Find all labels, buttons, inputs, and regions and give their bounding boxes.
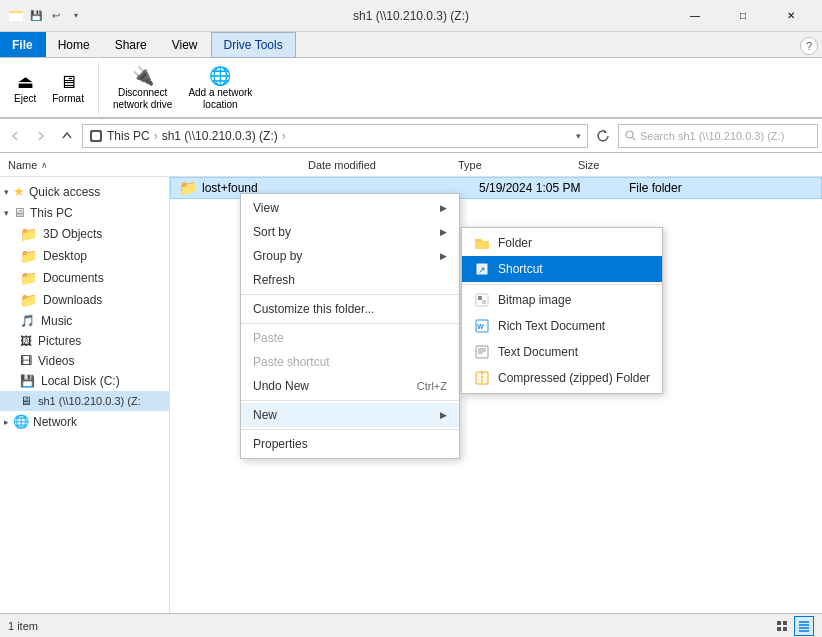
col-header-date[interactable]: Date modified — [304, 159, 454, 171]
tab-share[interactable]: Share — [103, 32, 160, 57]
sidebar-item-label: Desktop — [43, 249, 87, 263]
ctx-new[interactable]: New ▶ — [241, 403, 459, 427]
ctx-undo-new[interactable]: Undo New Ctrl+Z — [241, 374, 459, 398]
sidebar-item-label: Pictures — [38, 334, 81, 348]
sidebar-item-label: Downloads — [43, 293, 102, 307]
sidebar-quick-access[interactable]: ▾ ★ Quick access — [0, 181, 169, 202]
large-icons-view-button[interactable] — [772, 616, 792, 636]
help-button[interactable]: ? — [800, 37, 818, 55]
ctx-paste-shortcut-label: Paste shortcut — [253, 355, 330, 369]
col-header-name[interactable]: Name ∧ — [4, 159, 304, 171]
ctx-new-arrow: ▶ — [440, 410, 447, 420]
folder-icon: 📁 — [20, 292, 37, 308]
address-bar[interactable]: This PC › sh1 (\\10.210.0.3) (Z:) › ▾ — [82, 124, 588, 148]
address-dropdown-icon[interactable]: ▾ — [576, 131, 581, 141]
sidebar-item-label: Documents — [43, 271, 104, 285]
tab-home[interactable]: Home — [46, 32, 103, 57]
svg-rect-22 — [783, 621, 787, 625]
toolbar-dropdown-icon[interactable]: ▾ — [68, 8, 84, 24]
search-bar[interactable]: Search sh1 (\\10.210.0.3) (Z:) — [618, 124, 818, 148]
sidebar-item-pictures[interactable]: 🖼 Pictures — [0, 331, 169, 351]
ribbon-eject-button[interactable]: ⏏ Eject — [8, 69, 42, 106]
sub-shortcut[interactable]: ↗ Shortcut — [462, 256, 662, 282]
navigation-bar: This PC › sh1 (\\10.210.0.3) (Z:) › ▾ Se… — [0, 119, 822, 153]
ctx-sort-by[interactable]: Sort by ▶ — [241, 220, 459, 244]
close-button[interactable]: ✕ — [768, 0, 814, 32]
context-menu: View ▶ Sort by ▶ Group by ▶ Refresh Cust… — [240, 193, 460, 459]
svg-rect-3 — [92, 132, 100, 140]
ctx-sep1 — [241, 294, 459, 295]
col-header-size[interactable]: Size — [574, 159, 818, 171]
status-item-count: 1 item — [8, 620, 38, 632]
ribbon-content: ⏏ Eject 🖥 Format 🔌 Disconnectnetwork dri… — [0, 58, 822, 118]
ctx-paste[interactable]: Paste — [241, 326, 459, 350]
ctx-refresh[interactable]: Refresh — [241, 268, 459, 292]
tab-file[interactable]: File — [0, 32, 46, 57]
view-toggle-buttons — [772, 616, 814, 636]
details-view-button[interactable] — [794, 616, 814, 636]
ctx-customize-label: Customize this folder... — [253, 302, 374, 316]
app-icon — [8, 8, 24, 24]
sidebar-item-videos[interactable]: 🎞 Videos — [0, 351, 169, 371]
svg-rect-24 — [783, 627, 787, 631]
refresh-button[interactable] — [592, 125, 614, 147]
ribbon-format-button[interactable]: 🖥 Format — [46, 70, 90, 106]
zip-icon — [474, 370, 490, 386]
tab-view[interactable]: View — [160, 32, 211, 57]
sub-bitmap[interactable]: Bitmap image — [462, 287, 662, 313]
svg-point-5 — [626, 131, 633, 138]
tab-manage[interactable]: Drive Tools — [211, 32, 296, 58]
sidebar-item-desktop[interactable]: 📁 Desktop — [0, 245, 169, 267]
maximize-button[interactable]: □ — [720, 0, 766, 32]
undo-icon[interactable]: ↩ — [48, 8, 64, 24]
sidebar-item-music[interactable]: 🎵 Music — [0, 311, 169, 331]
ctx-new-label: New — [253, 408, 277, 422]
ctx-view[interactable]: View ▶ — [241, 196, 459, 220]
sidebar-item-sh1-drive[interactable]: 🖥 sh1 (\\10.210.0.3) (Z: — [0, 391, 169, 411]
col-header-type[interactable]: Type — [454, 159, 574, 171]
window-controls: — □ ✕ — [672, 0, 814, 32]
sidebar-item-label: Music — [41, 314, 72, 328]
ctx-group-label: Group by — [253, 249, 302, 263]
address-drive[interactable]: sh1 (\\10.210.0.3) (Z:) — [162, 129, 278, 143]
this-pc-chevron: ▾ — [4, 208, 9, 218]
ribbon-network-button[interactable]: 🌐 Add a networklocation — [182, 63, 258, 113]
sidebar-item-documents[interactable]: 📁 Documents — [0, 267, 169, 289]
svg-rect-11 — [478, 296, 482, 300]
ctx-refresh-label: Refresh — [253, 273, 295, 287]
folder-icon: 📁 — [20, 248, 37, 264]
ctx-group-by[interactable]: Group by ▶ — [241, 244, 459, 268]
this-pc-label: This PC — [30, 206, 73, 220]
ctx-paste-shortcut[interactable]: Paste shortcut — [241, 350, 459, 374]
sub-rtf[interactable]: W Rich Text Document — [462, 313, 662, 339]
sidebar-item-3dobjects[interactable]: 📁 3D Objects — [0, 223, 169, 245]
sub-rtf-label: Rich Text Document — [498, 319, 605, 333]
folder-icon: 📁 — [20, 270, 37, 286]
ctx-properties-label: Properties — [253, 437, 308, 451]
svg-line-6 — [633, 138, 636, 141]
txt-icon — [474, 344, 490, 360]
minimize-button[interactable]: — — [672, 0, 718, 32]
sub-txt[interactable]: Text Document — [462, 339, 662, 365]
sidebar-network[interactable]: ▸ 🌐 Network — [0, 411, 169, 432]
network-drive-icon: 🖥 — [20, 394, 32, 408]
sidebar-item-local-disk[interactable]: 💾 Local Disk (C:) — [0, 371, 169, 391]
sub-txt-label: Text Document — [498, 345, 578, 359]
sidebar-item-label: Local Disk (C:) — [41, 374, 120, 388]
sidebar-this-pc[interactable]: ▾ 🖥 This PC — [0, 202, 169, 223]
sub-folder[interactable]: Folder — [462, 230, 662, 256]
ribbon-disconnect-button[interactable]: 🔌 Disconnectnetwork drive — [107, 63, 178, 113]
ctx-paste-label: Paste — [253, 331, 284, 345]
up-button[interactable] — [56, 125, 78, 147]
sidebar-item-downloads[interactable]: 📁 Downloads — [0, 289, 169, 311]
quick-save-icon[interactable]: 💾 — [28, 8, 44, 24]
svg-rect-7 — [475, 241, 489, 249]
ctx-sep3 — [241, 400, 459, 401]
ctx-customize[interactable]: Customize this folder... — [241, 297, 459, 321]
ctx-properties[interactable]: Properties — [241, 432, 459, 456]
back-button[interactable] — [4, 125, 26, 147]
address-this-pc[interactable]: This PC — [107, 129, 150, 143]
sub-zip[interactable]: Compressed (zipped) Folder — [462, 365, 662, 391]
forward-button[interactable] — [30, 125, 52, 147]
sub-folder-label: Folder — [498, 236, 532, 250]
